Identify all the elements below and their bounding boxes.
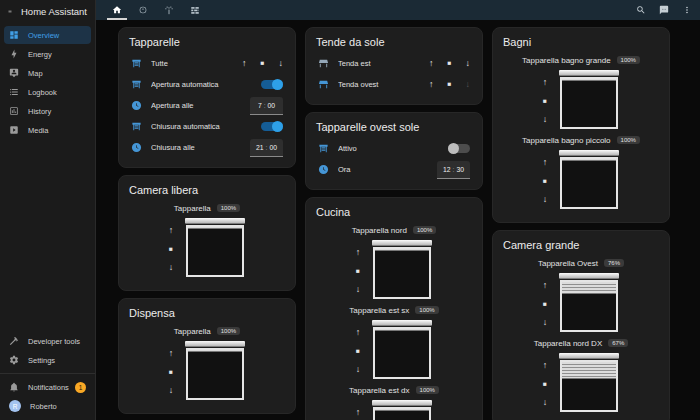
clock-icon xyxy=(131,100,142,111)
cover-button-column: ↑■↓ xyxy=(543,353,548,412)
shutter-pane[interactable] xyxy=(373,247,431,299)
cover-stop-button[interactable]: ■ xyxy=(448,81,452,88)
shutter-control: Tapparella bagno piccolo100%↑■↓ xyxy=(503,133,659,209)
cover-stop-button[interactable]: ■ xyxy=(169,369,173,376)
cover-stop-button[interactable]: ■ xyxy=(448,60,452,67)
entity-row[interactable]: Ora12:30 xyxy=(316,159,472,180)
cover-stop-button[interactable]: ■ xyxy=(543,98,547,105)
position-badge: 100% xyxy=(217,204,240,212)
cover-stop-button[interactable]: ■ xyxy=(356,348,360,355)
cover-open-button[interactable]: ↑ xyxy=(356,248,361,257)
cover-close-button[interactable]: ↓ xyxy=(169,263,174,272)
time-input[interactable]: 21:00 xyxy=(250,139,283,157)
shutter-pane[interactable] xyxy=(560,157,618,209)
overflow-menu-icon[interactable] xyxy=(682,5,692,15)
sprinkler-icon xyxy=(164,5,174,15)
tab-thermostat[interactable] xyxy=(130,0,156,20)
cover-close-button[interactable]: ↓ xyxy=(356,365,361,374)
time-input[interactable]: 7:00 xyxy=(250,97,283,115)
shutter-pane[interactable] xyxy=(560,77,618,129)
card-tapparelle: TapparelleTutte↑■↓Apertura automaticaApe… xyxy=(118,27,296,168)
tab-wall[interactable] xyxy=(182,0,208,20)
sidebar-item-history[interactable]: History xyxy=(4,102,91,120)
cover-open-button[interactable]: ↑ xyxy=(543,158,548,167)
shutter-pane[interactable] xyxy=(373,407,431,420)
card-tende-da-sole: Tende da soleTenda est↑■↓Tenda ovest↑■↓ xyxy=(305,27,483,105)
cover-open-button[interactable]: ↑ xyxy=(429,59,434,68)
entity-name: Attivo xyxy=(338,144,448,153)
entity-name: Chiusura automatica xyxy=(151,122,261,131)
tab-home[interactable] xyxy=(104,0,130,20)
cover-open-button[interactable]: ↑ xyxy=(543,361,548,370)
search-icon[interactable] xyxy=(636,5,646,15)
sidebar-item-media[interactable]: Media xyxy=(4,121,91,139)
menu-icon[interactable] xyxy=(8,6,12,17)
entity-row[interactable]: Apertura automatica xyxy=(129,74,285,95)
card-cucina: CucinaTapparella nord100%↑■↓Tapparella e… xyxy=(305,197,483,420)
cover-close-button[interactable]: ↓ xyxy=(543,318,548,327)
sidebar-item-label: Settings xyxy=(28,356,55,365)
position-badge: 100% xyxy=(617,56,640,64)
entity-row[interactable]: Chiusura automatica xyxy=(129,116,285,137)
entity-row[interactable]: Tenda ovest↑■↓ xyxy=(316,74,472,95)
entity-name: Tutte xyxy=(151,59,228,68)
entity-row[interactable]: Attivo xyxy=(316,138,472,159)
app-title: Home Assistant xyxy=(21,6,87,17)
entity-row[interactable]: Apertura alle7:00 xyxy=(129,95,285,116)
cover-stop-button[interactable]: ■ xyxy=(169,246,173,253)
cover-close-button[interactable]: ↓ xyxy=(279,59,284,68)
shutter-pane[interactable] xyxy=(560,280,618,332)
cover-close-button[interactable]: ↓ xyxy=(466,80,471,89)
sidebar-item-user[interactable]: R Roberto xyxy=(4,397,91,415)
shutter-name: Tapparella xyxy=(174,204,211,213)
shutter-roller xyxy=(185,341,245,347)
assist-icon[interactable] xyxy=(659,5,669,15)
cover-stop-button[interactable]: ■ xyxy=(261,60,265,67)
cover-open-button[interactable]: ↑ xyxy=(429,80,434,89)
shutter-pane[interactable] xyxy=(560,360,618,412)
sidebar-item-notifications[interactable]: Notifications 1 xyxy=(4,378,91,396)
sidebar-item-settings[interactable]: Settings xyxy=(4,351,91,369)
shutter-pane[interactable] xyxy=(186,225,244,277)
cover-open-button[interactable]: ↑ xyxy=(543,78,548,87)
cover-stop-button[interactable]: ■ xyxy=(543,178,547,185)
cover-stop-button[interactable]: ■ xyxy=(543,301,547,308)
shutter-slats xyxy=(375,329,429,331)
shutter-slats xyxy=(188,350,242,352)
cover-close-button[interactable]: ↓ xyxy=(169,386,174,395)
cover-open-button[interactable]: ↑ xyxy=(356,328,361,337)
cover-open-button[interactable]: ↑ xyxy=(242,59,247,68)
sidebar-item-developer-tools[interactable]: Developer tools xyxy=(4,332,91,350)
cover-open-button[interactable]: ↑ xyxy=(169,226,174,235)
cover-open-button[interactable]: ↑ xyxy=(169,349,174,358)
sidebar-item-label: Logbook xyxy=(28,88,57,97)
shutter-pane[interactable] xyxy=(373,327,431,379)
cover-button-column: ↑■↓ xyxy=(543,70,548,129)
cover-open-button[interactable]: ↑ xyxy=(356,408,361,417)
cover-stop-button[interactable]: ■ xyxy=(543,381,547,388)
toggle-switch[interactable] xyxy=(261,80,283,89)
entity-row[interactable]: Chiusura alle21:00 xyxy=(129,137,285,158)
entity-name: Apertura alle xyxy=(151,101,250,110)
card-title: Bagni xyxy=(503,36,659,48)
toggle-switch[interactable] xyxy=(261,122,283,131)
cover-close-button[interactable]: ↓ xyxy=(356,285,361,294)
cover-open-button[interactable]: ↑ xyxy=(543,281,548,290)
cover-close-button[interactable]: ↓ xyxy=(543,195,548,204)
tab-irrigation[interactable] xyxy=(156,0,182,20)
shutter-pane[interactable] xyxy=(186,348,244,400)
sidebar-item-map[interactable]: Map xyxy=(4,64,91,82)
cover-close-button[interactable]: ↓ xyxy=(543,398,548,407)
cover-close-button[interactable]: ↓ xyxy=(466,59,471,68)
cover-stop-button[interactable]: ■ xyxy=(356,268,360,275)
cover-button-column: ↑■↓ xyxy=(356,240,361,299)
sidebar-item-energy[interactable]: Energy xyxy=(4,45,91,63)
sidebar-item-logbook[interactable]: Logbook xyxy=(4,83,91,101)
entity-row[interactable]: Tutte↑■↓ xyxy=(129,53,285,74)
cover-close-button[interactable]: ↓ xyxy=(543,115,548,124)
time-input[interactable]: 12:30 xyxy=(437,161,470,179)
sidebar-item-overview[interactable]: Overview xyxy=(4,26,91,44)
sidebar-menu: OverviewEnergyMapLogbookHistoryMedia xyxy=(0,26,95,139)
entity-row[interactable]: Tenda est↑■↓ xyxy=(316,53,472,74)
toggle-switch[interactable] xyxy=(448,144,470,153)
